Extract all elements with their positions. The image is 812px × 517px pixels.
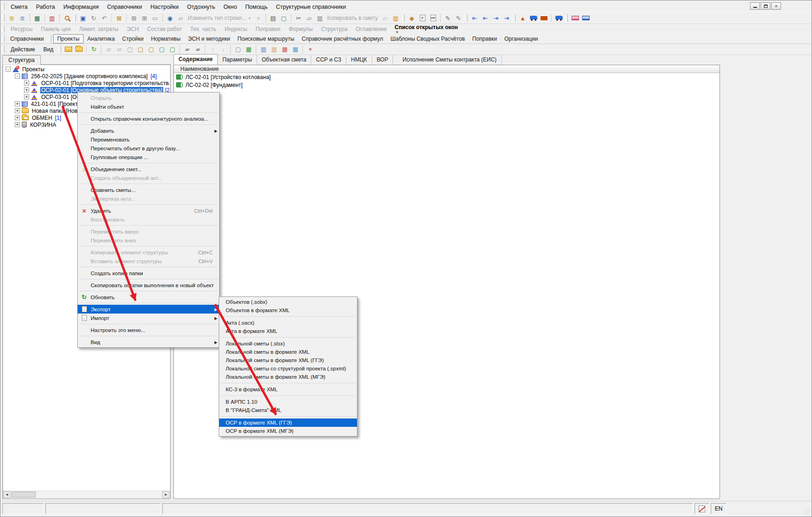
column-header-name[interactable]: Наименование xyxy=(174,65,720,73)
doc-lock-icon[interactable]: ▢ xyxy=(135,44,146,54)
content-tab-3[interactable]: ССР и СЗ xyxy=(311,55,346,65)
normative-books-icon[interactable] xyxy=(570,13,580,23)
toolbar-grip[interactable] xyxy=(402,14,405,22)
tab-7[interactable]: Справочник расчётных формул xyxy=(298,34,387,43)
doc-icon[interactable]: ▢ xyxy=(124,44,135,54)
menu-item-export-local-xml-gge[interactable]: Локальной сметы в формате XML (ГГЭ) xyxy=(219,356,357,364)
panel-item-8[interactable]: Формулы xyxy=(284,26,317,32)
panel-item-0[interactable]: Ресурсы xyxy=(6,26,37,32)
panel-item-10[interactable]: Оглавление xyxy=(351,26,391,32)
menu-4[interactable]: Настройки xyxy=(146,2,183,12)
menu-item-delete[interactable]: ×УдалитьCtrl+Del xyxy=(78,206,219,215)
materials-icon[interactable] xyxy=(539,13,549,23)
doc-lock-2-icon[interactable]: ▢ xyxy=(146,44,156,54)
menu-7[interactable]: Помощь xyxy=(241,2,271,12)
tab-structure[interactable]: Структура xyxy=(2,55,41,65)
settings-grid-icon[interactable]: ▦ xyxy=(279,44,290,54)
menu-item-move-down[interactable]: Переместить вниз xyxy=(78,236,219,245)
calculator-icon[interactable]: ▤ xyxy=(268,13,278,23)
menu-item-import[interactable]: ←Импорт▶ xyxy=(78,314,219,322)
close-panel-icon[interactable]: × xyxy=(305,44,315,54)
menu-item-create-merged-act[interactable]: Создать объединенный акт... xyxy=(78,173,219,182)
toolbar-grip[interactable] xyxy=(74,14,76,22)
open-folder-icon[interactable] xyxy=(74,44,84,54)
scrollbar-thumb[interactable] xyxy=(12,492,36,498)
refresh-icon[interactable]: ↻ xyxy=(88,13,99,23)
toolbar-grip[interactable] xyxy=(59,45,61,53)
tab-1[interactable]: Проекты xyxy=(53,34,84,43)
unlock-record-icon[interactable]: ⊠ xyxy=(114,13,124,23)
recalc-base-icon[interactable]: ◉ xyxy=(165,13,175,23)
panel-item-6[interactable]: Индексы xyxy=(221,26,252,32)
indent-right-2-icon[interactable]: ⇥ xyxy=(501,13,512,23)
computer-settings-2-icon[interactable]: ⊞ xyxy=(139,13,150,23)
paste-buffer-icon[interactable]: ▥ xyxy=(390,13,401,23)
menu-item-view[interactable]: Вид▶ xyxy=(78,338,219,346)
tree-expander[interactable]: - xyxy=(15,74,20,79)
menubar-grip[interactable] xyxy=(2,3,5,10)
save-icon[interactable]: ▣ xyxy=(78,13,88,23)
menu-item-export-grand-xml[interactable]: В "ГРАНД-Смета" XML xyxy=(219,406,357,414)
tree-expander[interactable]: + xyxy=(15,108,20,113)
move-up-tree-icon[interactable]: ↑ xyxy=(207,44,218,54)
menu-2[interactable]: Информация xyxy=(59,2,103,12)
excel-export-icon[interactable]: ▦ xyxy=(32,13,43,23)
cut-icon[interactable]: ✂ xyxy=(293,13,304,23)
menu-item-create-folder-copy[interactable]: Создать копию папки xyxy=(78,269,219,277)
paste-icon[interactable]: ▥ xyxy=(314,13,325,23)
menu-item-export-ks3-xml[interactable]: КС-3 в формате XML xyxy=(219,385,357,394)
menu-item-refresh[interactable]: ↻Обновить xyxy=(78,293,219,302)
import-object-icon[interactable]: ▥ xyxy=(269,44,279,54)
menu-item-export-local-spxml[interactable]: Локальной сметы со структурой проекта (.… xyxy=(219,364,357,373)
tree-expander[interactable]: + xyxy=(24,94,29,99)
menu-0[interactable]: Смета xyxy=(6,2,32,12)
doc-sign-2-icon[interactable]: ▢ xyxy=(167,44,178,54)
list-item-ls-02-01[interactable]: ЛС-02-01 [Устройство котлована] xyxy=(174,73,720,81)
panel-item-3[interactable]: ЭСН xyxy=(123,26,143,32)
tree-expander[interactable]: - xyxy=(6,67,11,72)
expertise-icon[interactable]: ▰ xyxy=(182,44,192,54)
paste-object-icon[interactable]: ▱ xyxy=(114,44,124,54)
folder-up-icon[interactable] xyxy=(63,44,74,54)
tree-expander[interactable]: + xyxy=(15,122,20,127)
menu-item-export-osr-xml-mge[interactable]: ОСР в формате XML (МГЭ) xyxy=(219,427,357,435)
tree-item-projects[interactable]: -Проекты xyxy=(4,66,169,73)
indent-right-icon[interactable]: ⇥ xyxy=(491,13,501,23)
tab-0[interactable]: Справочники xyxy=(6,34,48,43)
add-structure-icon[interactable]: ≣ xyxy=(17,13,28,23)
tree-expander[interactable]: + xyxy=(15,115,20,120)
indent-left-icon[interactable]: ⇤ xyxy=(469,13,480,23)
tab-9[interactable]: Поправки xyxy=(468,34,500,43)
copy-buffer-icon[interactable]: ▱ xyxy=(380,13,390,23)
panelsbar-grip[interactable] xyxy=(2,25,5,32)
menu-item-export-objects-xml[interactable]: Объектов в формате XML xyxy=(219,306,357,314)
language-indicator[interactable]: EN xyxy=(711,503,726,514)
close-button[interactable]: × xyxy=(771,2,781,10)
expertise-2-icon[interactable]: ▰ xyxy=(192,44,203,54)
refresh-tree-icon[interactable]: ↻ xyxy=(88,44,99,54)
price-pr-icon[interactable]: ПР xyxy=(428,13,438,23)
panel-item-7[interactable]: Поправки xyxy=(252,26,284,32)
menu-item-export[interactable]: →Экспорт▶ xyxy=(78,305,219,314)
truck-icon[interactable] xyxy=(528,13,539,23)
menu-item-merge-estimates[interactable]: ⌂Объединение смет... xyxy=(78,165,219,173)
scrollbar-track[interactable] xyxy=(36,491,162,498)
dropdown-caret-icon[interactable]: ▼ xyxy=(248,17,253,20)
menu-item-paste-structure-element[interactable]: Вставить элемент структурыCtrl+V xyxy=(78,257,219,265)
tree-expander[interactable]: + xyxy=(15,101,20,106)
computer-settings-icon[interactable]: ⊞ xyxy=(129,13,139,23)
actionbar-menu-1[interactable]: Вид xyxy=(39,44,58,55)
panel-item-5[interactable]: Тех. часть xyxy=(186,26,220,32)
menu-6[interactable]: Окно xyxy=(219,2,241,12)
menu-item-export-act-sacx[interactable]: Акта (.sacx) xyxy=(219,319,357,327)
tabsbar-grip[interactable] xyxy=(2,35,5,42)
copy-icon[interactable]: ▱ xyxy=(304,13,314,23)
toolbar-grip[interactable] xyxy=(465,14,468,22)
tree-expander[interactable]: + xyxy=(24,87,29,92)
menu-item-export-arps[interactable]: В АРПС 1.10 xyxy=(219,398,357,406)
tab-8[interactable]: Шаблоны Сводных Расчётов xyxy=(387,34,468,43)
menu-item-find-object[interactable]: Найти объект xyxy=(78,102,219,111)
panel-item-1[interactable]: Панель цен xyxy=(37,26,75,32)
toolbar-grip[interactable] xyxy=(566,14,568,22)
menu-5[interactable]: Отдохнуть xyxy=(183,2,220,12)
